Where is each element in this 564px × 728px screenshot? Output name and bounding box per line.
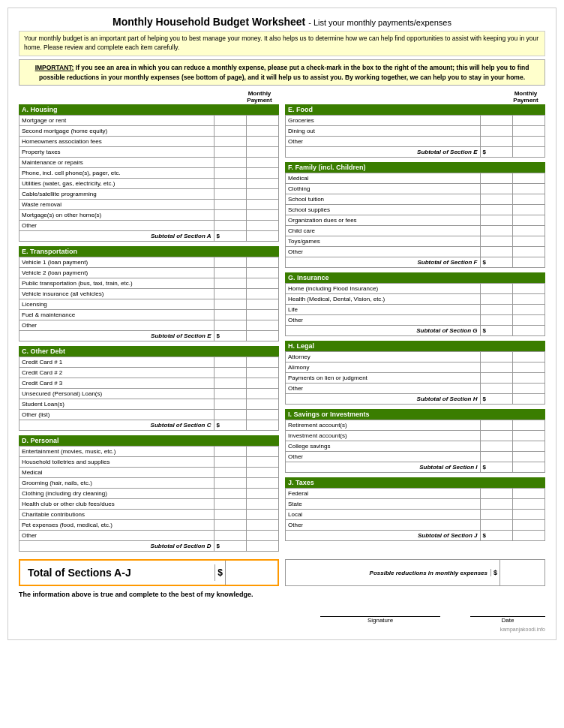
table-row: Groceries	[286, 116, 545, 126]
table-row: Public transportation (bus, taxi, train,…	[20, 278, 279, 289]
section-d: D. Personal Entertainment (movies, music…	[19, 435, 279, 552]
truth-statement: The information above is true and comple…	[19, 591, 545, 598]
table-row: Child care	[286, 226, 545, 236]
table-row: Student Loan(s)	[20, 399, 279, 410]
table-row: Credit Card # 3	[20, 378, 279, 389]
section-h: H. Legal Attorney Alimony Payments on li…	[285, 341, 545, 405]
table-row: Other	[20, 320, 279, 331]
total-sections-block: Total of Sections A-J $	[19, 559, 279, 586]
section-food-table: Groceries Dining out Other Subtotal of S…	[285, 115, 545, 158]
section-f: F. Family (incl. Children) Medical Cloth…	[285, 162, 545, 268]
section-d-header: D. Personal	[19, 435, 279, 446]
subtotal-row-a: Subtotal of Section A $	[20, 231, 279, 242]
section-h-header: H. Legal	[285, 341, 545, 351]
table-row: Retirement account(s)	[286, 420, 545, 431]
title-main: Monthly Household Budget Worksheet	[112, 16, 305, 28]
table-row: Other	[286, 247, 545, 257]
table-row: Attorney	[286, 352, 545, 362]
subtotal-row-h: Subtotal of Section H $	[286, 394, 545, 405]
section-g-table: Home (including Flood Insurance) Health …	[285, 283, 545, 336]
section-c-table: Credit Card # 1 Credit Card # 2 Credit C…	[19, 356, 279, 431]
table-row: Alimony	[286, 362, 545, 373]
table-row: Credit Card # 1	[20, 357, 279, 368]
table-row: Vehicle 2 (loan payment)	[20, 268, 279, 278]
subtotal-row-f: Subtotal of Section F $	[286, 257, 545, 268]
subtotal-row-j: Subtotal of Section J $	[286, 531, 545, 541]
right-column: E. Food Groceries Dining out Other Subto…	[285, 104, 545, 556]
important-box: IMPORTANT: If you see an area in which y…	[19, 59, 545, 86]
table-row: Organization dues or fees	[286, 215, 545, 226]
table-row: Other	[286, 384, 545, 394]
subtotal-row-g: Subtotal of Section G $	[286, 326, 545, 336]
table-row: School supplies	[286, 205, 545, 215]
watermark: kampanjakoodi.info	[19, 627, 545, 632]
table-row: Medical	[20, 468, 279, 478]
table-row: Other (list)	[20, 410, 279, 420]
table-row: Waste removal	[20, 200, 279, 210]
table-row: Health club or other club fees/dues	[20, 499, 279, 510]
table-row: Second mortgage (home equity)	[20, 126, 279, 137]
left-column: A. Housing Mortgage or rent Second mortg…	[19, 104, 279, 556]
section-transport: E. Transportation Vehicle 1 (loan paymen…	[19, 246, 279, 341]
section-c: C. Other Debt Credit Card # 1 Credit Car…	[19, 346, 279, 431]
table-row: Other	[286, 520, 545, 531]
table-row: Other	[286, 452, 545, 462]
table-row: Charitable contributions	[20, 510, 279, 520]
section-i-table: Retirement account(s) Investment account…	[285, 420, 545, 473]
table-row: Maintenance or repairs	[20, 158, 279, 168]
table-row: Vehicle insurance (all vehicles)	[20, 289, 279, 299]
table-row: Local	[286, 510, 545, 520]
table-row: Other	[20, 531, 279, 541]
possible-reductions-label: Possible reductions in monthly expenses	[286, 568, 490, 578]
table-row: Home (including Flood Insurance)	[286, 284, 545, 294]
intro-text: Your monthly budget is an important part…	[19, 31, 545, 56]
main-columns: A. Housing Mortgage or rent Second mortg…	[19, 104, 545, 556]
page-title: Monthly Household Budget Worksheet - Lis…	[19, 16, 545, 28]
total-amount-field[interactable]	[225, 561, 278, 585]
total-dollar-sign: $	[214, 564, 225, 581]
title-subtitle: - List your monthly payments/expenses	[308, 18, 452, 27]
section-a-header: A. Housing	[19, 104, 279, 115]
table-row: Clothing	[286, 184, 545, 194]
section-j-header: J. Taxes	[285, 477, 545, 488]
table-row: Medical	[286, 173, 545, 184]
table-row: Toys/games	[286, 236, 545, 247]
table-row: Entertainment (movies, music, etc.)	[20, 447, 279, 457]
table-row: Clothing (including dry cleaning)	[20, 489, 279, 499]
table-row: Credit Card # 2	[20, 368, 279, 378]
section-food: E. Food Groceries Dining out Other Subto…	[285, 104, 545, 158]
section-j-table: Federal State Local Other Subtotal of Se…	[285, 488, 545, 541]
table-row: Investment account(s)	[286, 431, 545, 441]
table-row: State	[286, 499, 545, 510]
section-g-header: G. Insurance	[285, 272, 545, 283]
signature-label: Signature	[368, 617, 393, 624]
section-j: J. Taxes Federal State Local Other Subto…	[285, 477, 545, 541]
total-sections-label: Total of Sections A-J	[20, 564, 214, 582]
possible-reductions-field[interactable]	[500, 560, 544, 585]
section-a-table: Mortgage or rent Second mortgage (home e…	[19, 115, 279, 242]
table-row: Grooming (hair, nails, etc.)	[20, 478, 279, 489]
table-row: Mortgage(s) on other home(s)	[20, 210, 279, 221]
right-monthly-header: MonthlyPayment	[506, 90, 545, 104]
table-row: Health (Medical, Dental, Vision, etc.)	[286, 294, 545, 305]
section-d-table: Entertainment (movies, music, etc.) Hous…	[19, 446, 279, 552]
possible-reductions-block: Possible reductions in monthly expenses …	[285, 559, 545, 586]
table-row: School tuition	[286, 194, 545, 205]
section-h-table: Attorney Alimony Payments on lien or jud…	[285, 351, 545, 405]
subtotal-row-c: Subtotal of Section C $	[20, 420, 279, 431]
table-row: Licensing	[20, 299, 279, 310]
section-transport-header: E. Transportation	[19, 246, 279, 257]
subtotal-row-d: Subtotal of Section D $	[20, 541, 279, 552]
table-row: Property taxes	[20, 147, 279, 158]
section-transport-table: Vehicle 1 (loan payment) Vehicle 2 (loan…	[19, 257, 279, 341]
section-c-header: C. Other Debt	[19, 346, 279, 356]
table-row: Mortgage or rent	[20, 116, 279, 126]
table-row: Pet expenses (food, medical, etc.)	[20, 520, 279, 531]
section-g: G. Insurance Home (including Flood Insur…	[285, 272, 545, 336]
section-a: A. Housing Mortgage or rent Second mortg…	[19, 104, 279, 242]
table-row: Other	[286, 137, 545, 147]
important-text: If you see an area in which you can redu…	[39, 64, 529, 81]
table-row: Federal	[286, 489, 545, 499]
signature-row: Signature Date	[19, 604, 545, 624]
left-monthly-header: MonthlyPayment	[240, 90, 279, 104]
